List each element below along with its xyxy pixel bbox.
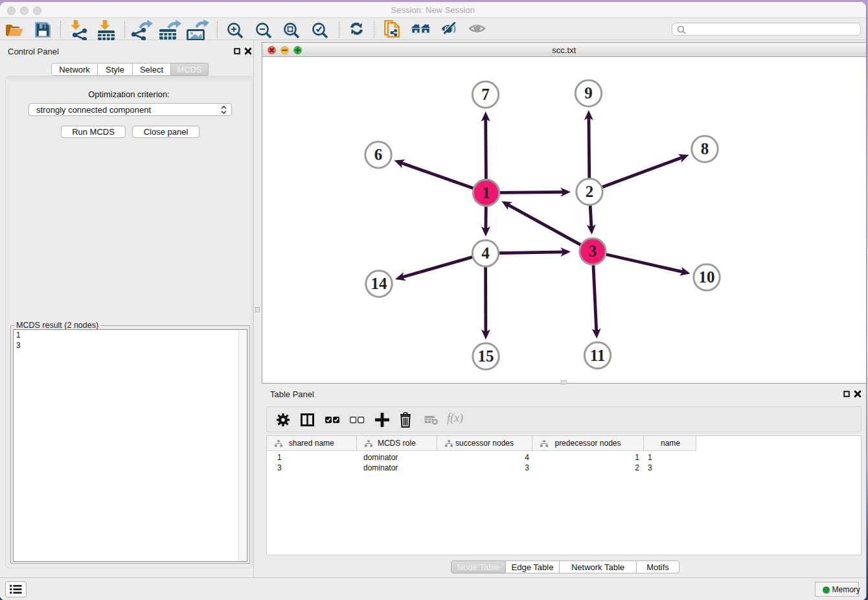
svg-text:6: 6 xyxy=(374,146,383,163)
svg-text:10: 10 xyxy=(699,268,715,286)
svg-text:11: 11 xyxy=(590,347,606,364)
svg-text:9: 9 xyxy=(584,84,593,102)
svg-text:15: 15 xyxy=(478,347,494,365)
svg-text:1: 1 xyxy=(482,184,490,202)
svg-text:8: 8 xyxy=(701,140,709,157)
svg-text:4: 4 xyxy=(481,244,490,262)
svg-text:2: 2 xyxy=(586,183,594,200)
svg-text:3: 3 xyxy=(589,242,597,260)
svg-text:7: 7 xyxy=(481,86,490,103)
svg-text:14: 14 xyxy=(371,275,388,292)
